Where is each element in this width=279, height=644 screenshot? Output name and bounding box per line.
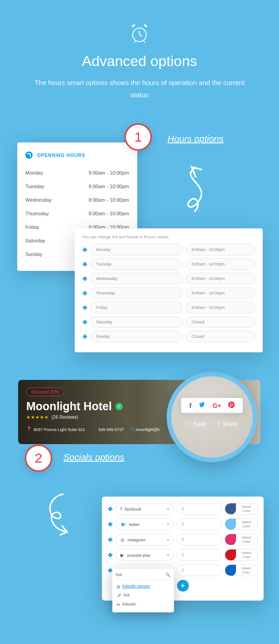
phone-meta: 📞545-985-8727 [91, 427, 124, 432]
pin-icon: 📍 [26, 426, 32, 431]
icon-select[interactable]: 🐦 twitter▾ [115, 518, 174, 530]
hours-editor-note: You can change the text format to fit yo… [82, 235, 255, 239]
url-input[interactable]: # [177, 549, 222, 561]
time-input[interactable]: 8:00am - 10:00pm [186, 258, 255, 270]
save-button[interactable]: ♡Save [187, 421, 206, 427]
svg-line-2 [140, 35, 142, 36]
svg-line-5 [134, 41, 135, 43]
hours-row: Tuesday8:00am - 10:00pm [25, 180, 129, 193]
hours-edit-row: ✥Tuesday8:00am - 10:00pm [82, 258, 255, 270]
day-input[interactable]: Monday [90, 244, 183, 256]
social-row: ✥▶ youtube-play▾#Select Color [107, 549, 258, 561]
alarm-clock-icon [129, 23, 150, 46]
social-share-bar: f G+ [181, 398, 243, 413]
add-social-button[interactable]: + [177, 580, 189, 592]
hours-editor-card: You can change the text format to fit yo… [75, 228, 263, 352]
url-input[interactable]: # [177, 534, 222, 545]
day-label: Wednesday [25, 197, 52, 203]
hours-row: Thuersday8:00am - 10:00pm [25, 207, 129, 220]
time-label: 8:00am - 10:00pm [89, 170, 129, 175]
color-select[interactable]: Select Color [225, 518, 258, 530]
drag-handle-icon[interactable]: ✥ [82, 290, 87, 297]
hours-edit-row: ✥SundayClosed [82, 331, 255, 342]
search-icon: 🔍 [165, 573, 170, 577]
icon-select[interactable]: ▶ youtube-play▾ [115, 549, 174, 561]
day-label: Monday [25, 170, 43, 175]
drag-handle-icon[interactable]: ✥ [82, 304, 87, 311]
drag-handle-icon[interactable]: ✥ [107, 536, 113, 543]
icon-select[interactable]: ◎ instagram▾ [115, 534, 174, 545]
star-rating: ★★★★★ [26, 415, 49, 420]
step-1-badge: 1 [125, 123, 152, 151]
icon-option[interactable]: 🔗link [116, 591, 170, 600]
chevron-down-icon: ▾ [167, 507, 169, 511]
icon-option[interactable]: inlinkedin-square [116, 582, 170, 591]
drag-handle-icon[interactable]: ✥ [107, 521, 113, 528]
day-input[interactable]: Sunday [90, 331, 183, 342]
icon-search-input[interactable]: link [116, 573, 122, 577]
drag-handle-icon[interactable]: ✥ [82, 261, 87, 268]
drag-handle-icon[interactable]: ✥ [107, 506, 113, 512]
svg-line-6 [144, 41, 145, 43]
drag-handle-icon[interactable]: ✥ [82, 319, 87, 326]
step-2-number: 2 [35, 450, 43, 466]
address-meta: 📍9037 Pouros Light Suite 521 [26, 427, 85, 432]
day-label: Tuesday [25, 184, 44, 189]
color-select[interactable]: Select Color [225, 503, 258, 515]
drag-handle-icon[interactable]: ✥ [82, 333, 87, 340]
url-input[interactable]: # [177, 503, 222, 515]
share-button[interactable]: ⇪Share [216, 421, 237, 427]
time-label: 8:00am - 10:00pm [89, 184, 129, 189]
day-input[interactable]: Tuesday [90, 258, 183, 270]
discount-tag: Discount 30% [26, 388, 64, 396]
hours-row: Monday8:00am - 10:00pm [25, 166, 129, 180]
color-select[interactable]: Select Color [225, 549, 258, 561]
reviews-count: (26 Reviews) [52, 415, 78, 420]
chevron-down-icon: ▾ [167, 538, 169, 542]
time-input[interactable]: Closed [186, 316, 255, 328]
hero-title: Advanced options [0, 53, 279, 70]
twitter-icon[interactable] [198, 402, 205, 409]
address-text: 9037 Pouros Light Suite 521 [34, 427, 85, 432]
day-label: Sunday [25, 251, 42, 257]
day-label: Friday [25, 224, 39, 230]
save-label: Save [193, 421, 206, 427]
mail-icon: ✉ [130, 426, 134, 431]
drag-handle-icon[interactable]: ✥ [107, 552, 113, 559]
facebook-icon[interactable]: f [189, 402, 192, 409]
pinterest-icon[interactable] [228, 402, 235, 409]
color-select[interactable]: Select Color [225, 534, 258, 545]
icon-select[interactable]: f facebook▾ [115, 503, 174, 515]
time-input[interactable]: Closed [186, 331, 255, 342]
time-input[interactable]: 8:00am - 10:00pm [186, 273, 255, 284]
day-input[interactable]: Wednasday [90, 273, 183, 284]
time-input[interactable]: 8:00am - 10:00pm [186, 244, 255, 256]
social-row: ✥🐦 twitter▾#Select Color [107, 518, 258, 530]
step-2-badge: 2 [25, 445, 52, 472]
hero-subtitle: The hours smart options shows the hours … [0, 76, 279, 101]
email-text: moonlight@h [136, 427, 160, 432]
url-input[interactable]: # [177, 518, 222, 530]
icon-chooser-dropdown: link 🔍 inlinkedin-square🔗linkinlinkedin [112, 569, 174, 612]
drag-handle-icon[interactable]: ✥ [82, 275, 87, 282]
url-input[interactable]: # [177, 564, 222, 576]
day-input[interactable]: Saturday [90, 316, 183, 328]
phone-text: 545-985-8727 [99, 427, 124, 432]
share-bubble: f G+ ♡Save ⇪Share [167, 372, 257, 462]
hours-edit-row: ✥SaturdayClosed [82, 316, 255, 328]
drag-handle-icon[interactable]: ✥ [82, 246, 87, 253]
step-1-number: 1 [135, 129, 142, 145]
social-row: ✥◎ instagram▾#Select Color [107, 534, 258, 545]
phone-icon: 📞 [91, 426, 97, 431]
googleplus-icon[interactable]: G+ [212, 402, 221, 409]
day-input[interactable]: Friday [90, 302, 183, 313]
color-select[interactable]: Select Color [225, 564, 258, 576]
share-label: Share [223, 421, 237, 427]
icon-option[interactable]: inlinkedin [116, 600, 170, 609]
hours-edit-row: ✥Wednasday8:00am - 10:00pm [82, 273, 255, 284]
time-input[interactable]: 8:00am - 10:00pm [186, 302, 255, 313]
day-input[interactable]: Thuersday [90, 287, 183, 299]
clock-icon [25, 152, 33, 159]
time-input[interactable]: 8:00am - 10:00pm [186, 287, 255, 299]
hours-edit-row: ✥Thuersday8:00am - 10:00pm [82, 287, 255, 299]
